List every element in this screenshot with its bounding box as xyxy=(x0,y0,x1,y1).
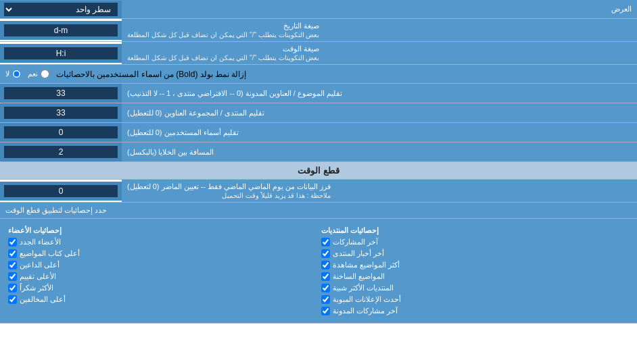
col-members-header: إحصائيات الأعضاء xyxy=(8,226,316,236)
cb-blog-posts-checkbox[interactable] xyxy=(321,307,330,315)
col-forums: إحصائيات المنتديات آخر المشاركات أخر أخب… xyxy=(318,223,632,319)
cell-spacing-input-wrapper: 2 xyxy=(0,142,122,161)
bold-no-radio[interactable] xyxy=(12,70,21,78)
date-format-input-wrapper: d-m xyxy=(0,21,122,40)
date-format-row: صيغة التاريخ بعض التكوينات يتطلب "/" الت… xyxy=(0,19,637,42)
cut-time-input[interactable]: 0 xyxy=(4,185,118,197)
cut-time-input-wrapper: 0 xyxy=(0,182,122,201)
cut-time-label: فرز البيانات من يوم الماضي الماضي فقط --… xyxy=(122,180,637,202)
forum-groups-input[interactable]: 33 xyxy=(4,107,118,119)
cb-top-violators-checkbox[interactable] xyxy=(8,295,17,304)
time-format-input[interactable]: H:i xyxy=(4,47,118,59)
cell-spacing-input[interactable]: 2 xyxy=(4,146,118,158)
limit-label: حدد إحصائيات لتطبيق قطع الوقت xyxy=(5,206,107,215)
limit-row: حدد إحصائيات لتطبيق قطع الوقت xyxy=(0,203,637,219)
cb-top-violators: أعلى المخالفين xyxy=(8,294,316,305)
checkboxes-section: إحصائيات المنتديات آخر المشاركات أخر أخب… xyxy=(0,219,637,323)
forum-groups-label: تقليم المنتدى / المجموعة العناوين (0 للت… xyxy=(122,103,637,122)
time-format-input-wrapper: H:i xyxy=(0,44,122,63)
cb-top-writers-checkbox[interactable] xyxy=(8,249,17,258)
cell-spacing-row: المسافة بين الخلايا (بالبكسل) 2 xyxy=(0,142,637,162)
member-names-row: تقليم أسماء المستخدمين (0 للتعطيل) 0 xyxy=(0,123,637,142)
member-names-label: تقليم أسماء المستخدمين (0 للتعطيل) xyxy=(122,123,637,142)
date-format-input[interactable]: d-m xyxy=(4,24,118,36)
bold-label: إزالة نمط بولد (Bold) من اسماء المستخدمي… xyxy=(56,70,246,79)
cb-hot-topics-checkbox[interactable] xyxy=(321,272,330,281)
time-format-row: صيغة الوقت بعض التكوينات يتطلب "/" التي … xyxy=(0,42,637,65)
top-label: العرض xyxy=(122,2,637,16)
forum-groups-row: تقليم المنتدى / المجموعة العناوين (0 للت… xyxy=(0,103,637,123)
cb-popular-forums: المنتديات الأكثر شبية xyxy=(321,283,629,293)
cut-time-section-header: قطع الوقت xyxy=(0,162,637,180)
cb-forum-news-checkbox[interactable] xyxy=(321,249,330,258)
topics-input[interactable]: 33 xyxy=(4,87,118,99)
cb-hot-topics: المواضيع الساخنة xyxy=(321,271,629,282)
cb-top-writers: أعلى كتاب المواضيع xyxy=(8,249,316,259)
top-row: العرض سطر واحد سطرين ثلاثة أسطر xyxy=(0,0,637,19)
cb-most-thanked: الأكثر شكراً xyxy=(8,283,316,293)
topics-input-wrapper: 33 xyxy=(0,84,122,103)
cb-last-posts-checkbox[interactable] xyxy=(321,238,330,246)
cb-forum-news: أخر أخبار المنتدى xyxy=(321,249,629,259)
date-format-label: صيغة التاريخ بعض التكوينات يتطلب "/" الت… xyxy=(122,19,637,41)
cb-blog-posts: آخر مشاركات المدونة xyxy=(321,306,629,316)
display-select[interactable]: سطر واحد سطرين ثلاثة أسطر xyxy=(4,3,118,16)
checkboxes-grid: إحصائيات المنتديات آخر المشاركات أخر أخب… xyxy=(5,223,632,319)
cb-top-inviters-checkbox[interactable] xyxy=(8,261,17,269)
col-members: إحصائيات الأعضاء الأعضاء الجدد أعلى كتاب… xyxy=(5,223,318,319)
cut-time-row: فرز البيانات من يوم الماضي الماضي فقط --… xyxy=(0,180,637,203)
cb-most-thanked-checkbox[interactable] xyxy=(8,284,17,292)
cb-most-viewed: أكثر المواضيع مشاهدة xyxy=(321,260,629,270)
member-names-input-wrapper: 0 xyxy=(0,123,122,142)
cb-top-inviters: أعلى الداعين xyxy=(8,260,316,270)
member-names-input[interactable]: 0 xyxy=(4,126,118,138)
cb-new-members-checkbox[interactable] xyxy=(8,238,17,246)
cb-top-rated-checkbox[interactable] xyxy=(8,272,17,281)
topics-row: تقليم الموضوع / العناوين المدونة (0 -- ا… xyxy=(0,84,637,103)
cb-popular-forums-checkbox[interactable] xyxy=(321,284,330,292)
bold-no-label[interactable]: لا xyxy=(5,70,21,78)
cb-most-viewed-checkbox[interactable] xyxy=(321,261,330,269)
top-input-wrapper: سطر واحد سطرين ثلاثة أسطر xyxy=(0,1,122,18)
col-forums-header: إحصائيات المنتديات xyxy=(321,226,629,236)
cb-new-members: الأعضاء الجدد xyxy=(8,237,316,247)
time-format-label: صيغة الوقت بعض التكوينات يتطلب "/" التي … xyxy=(122,42,637,64)
cb-top-rated: الأعلى تقييم xyxy=(8,271,316,282)
cell-spacing-label: المسافة بين الخلايا (بالبكسل) xyxy=(122,142,637,161)
forum-groups-input-wrapper: 33 xyxy=(0,103,122,122)
cb-last-posts: آخر المشاركات xyxy=(321,237,629,247)
cb-classifieds: أحدث الإعلانات المبوبة xyxy=(321,294,629,305)
bold-yes-radio[interactable] xyxy=(41,70,49,78)
topics-label: تقليم الموضوع / العناوين المدونة (0 -- ا… xyxy=(122,84,637,103)
cb-classifieds-checkbox[interactable] xyxy=(321,295,330,304)
bold-yes-label[interactable]: نعم xyxy=(28,70,49,78)
bold-row: إزالة نمط بولد (Bold) من اسماء المستخدمي… xyxy=(0,65,637,84)
